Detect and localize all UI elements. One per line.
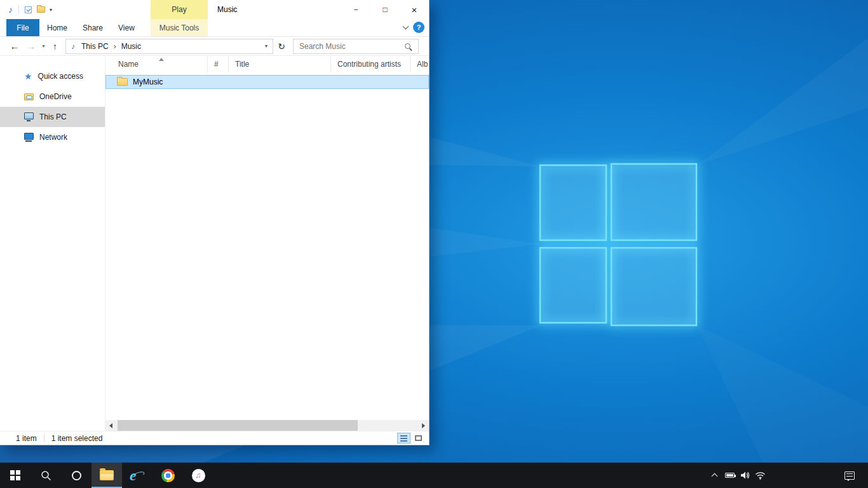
tab-home[interactable]: Home: [39, 19, 75, 36]
network-icon: [24, 133, 34, 140]
scroll-right-arrow-icon[interactable]: [418, 420, 429, 431]
scrollbar-thumb[interactable]: [118, 420, 358, 431]
chevron-up-icon: [711, 473, 717, 480]
sidebar: ★ Quick access OneDrive This PC Network: [0, 56, 105, 431]
chrome-taskbar-button[interactable]: [153, 463, 183, 488]
sort-ascending-icon: [159, 58, 164, 61]
recent-locations-dropdown-icon[interactable]: ▾: [39, 43, 48, 49]
breadcrumb-separator-icon[interactable]: ›: [110, 42, 120, 51]
quick-access-toolbar-dropdown-icon[interactable]: ▾: [50, 7, 52, 13]
column-header-contributing-artists[interactable]: Contributing artists: [331, 56, 410, 72]
volume-icon: [740, 470, 750, 480]
ribbon-tab-row: File Home Share View Music Tools ?: [0, 19, 429, 37]
search-icon: [41, 470, 51, 481]
window-title: Music: [217, 0, 237, 19]
battery-tray-button[interactable]: [722, 463, 737, 488]
onedrive-icon: [24, 93, 34, 100]
column-header-name[interactable]: Name: [105, 56, 208, 72]
titlebar-separator: [18, 5, 19, 14]
selection-status: 1 item selected: [51, 434, 103, 443]
chrome-icon: [161, 469, 175, 482]
network-tray-button[interactable]: [752, 463, 768, 488]
internet-explorer-taskbar-button[interactable]: e: [122, 463, 153, 488]
tab-view[interactable]: View: [111, 19, 142, 36]
details-view-button[interactable]: [397, 433, 410, 444]
minimize-button[interactable]: −: [341, 0, 370, 19]
scroll-left-arrow-icon[interactable]: [105, 420, 116, 431]
search-input[interactable]: [294, 42, 405, 51]
ribbon-collapse-chevron-icon[interactable]: [403, 24, 408, 29]
file-row-mymusic[interactable]: MyMusic: [105, 75, 429, 89]
titlebar[interactable]: ♪ ▾ Play Music − □ ×: [0, 0, 429, 19]
sidebar-item-label: OneDrive: [39, 92, 72, 101]
address-dropdown-icon[interactable]: ▾: [260, 43, 273, 49]
breadcrumb-this-pc[interactable]: This PC: [80, 42, 110, 51]
itunes-taskbar-button[interactable]: ♫: [183, 463, 214, 488]
column-header-title[interactable]: Title: [229, 56, 331, 72]
folder-icon: [117, 78, 128, 86]
sidebar-item-label: This PC: [39, 112, 67, 121]
up-button[interactable]: ↑: [48, 41, 62, 51]
large-icons-view-button[interactable]: [412, 433, 425, 444]
item-count: 1 item: [16, 434, 37, 443]
file-rows[interactable]: MyMusic: [105, 72, 429, 420]
address-bar[interactable]: ♪ This PC › Music ▾: [65, 39, 273, 54]
tab-file[interactable]: File: [6, 19, 39, 36]
back-button[interactable]: ←: [6, 41, 23, 51]
help-icon[interactable]: ?: [413, 22, 424, 33]
cortana-button[interactable]: [61, 463, 92, 488]
action-center-icon: [844, 471, 855, 480]
status-bar: 1 item 1 item selected: [0, 431, 429, 445]
sidebar-item-onedrive[interactable]: OneDrive: [0, 86, 105, 107]
contextual-tab-play[interactable]: Play: [151, 0, 208, 19]
sidebar-item-label: Quick access: [38, 72, 83, 81]
show-hidden-icons-button[interactable]: [707, 463, 722, 488]
system-tray: [707, 463, 768, 488]
scrollbar-track[interactable]: [116, 420, 418, 431]
cortana-icon: [72, 471, 81, 480]
view-toggle-buttons: [397, 433, 425, 444]
file-list: Name # Title Contributing artists Alb My…: [105, 56, 429, 431]
file-name: MyMusic: [133, 78, 163, 86]
forward-button[interactable]: →: [23, 41, 39, 51]
column-header-number[interactable]: #: [208, 56, 229, 72]
music-note-icon: ♪: [71, 42, 75, 51]
file-explorer-window: ♪ ▾ Play Music − □ × File Home Share Vie…: [0, 0, 430, 445]
refresh-icon[interactable]: ↻: [273, 41, 290, 51]
file-explorer-icon: [100, 470, 114, 480]
tab-music-tools[interactable]: Music Tools: [151, 19, 208, 36]
sidebar-item-network[interactable]: Network: [0, 127, 105, 147]
column-header-album[interactable]: Alb: [410, 56, 429, 72]
horizontal-scrollbar[interactable]: [105, 420, 429, 431]
details-view-icon: [400, 435, 407, 442]
start-button[interactable]: [0, 463, 31, 488]
explorer-content: ★ Quick access OneDrive This PC Network …: [0, 56, 429, 431]
internet-explorer-icon: e: [130, 467, 145, 484]
tab-share[interactable]: Share: [75, 19, 111, 36]
column-header-row: Name # Title Contributing artists Alb: [105, 56, 429, 72]
sidebar-item-this-pc[interactable]: This PC: [0, 107, 105, 127]
maximize-button[interactable]: □: [370, 0, 400, 19]
window-controls: − □ ×: [341, 0, 429, 19]
volume-tray-button[interactable]: [737, 463, 752, 488]
properties-icon[interactable]: [25, 6, 32, 13]
file-explorer-taskbar-button[interactable]: [92, 463, 122, 488]
sidebar-item-quick-access[interactable]: ★ Quick access: [0, 66, 105, 86]
search-icon: [405, 43, 410, 49]
computer-icon: [24, 112, 34, 119]
battery-icon: [725, 473, 735, 478]
taskbar: e ♫: [0, 463, 868, 488]
taskbar-search-button[interactable]: [31, 463, 61, 488]
navigation-bar: ← → ▾ ↑ ♪ This PC › Music ▾ ↻: [0, 37, 429, 56]
action-center-button[interactable]: [836, 463, 863, 488]
wifi-icon: [755, 471, 766, 480]
music-note-icon: ♪: [8, 4, 13, 15]
new-folder-icon[interactable]: [37, 6, 45, 13]
itunes-icon: ♫: [192, 469, 205, 482]
large-icons-view-icon: [415, 435, 422, 441]
close-button[interactable]: ×: [400, 0, 429, 19]
breadcrumb-music[interactable]: Music: [120, 42, 142, 51]
search-box[interactable]: [293, 39, 419, 54]
status-separator: [44, 434, 44, 442]
sidebar-item-label: Network: [39, 133, 67, 142]
